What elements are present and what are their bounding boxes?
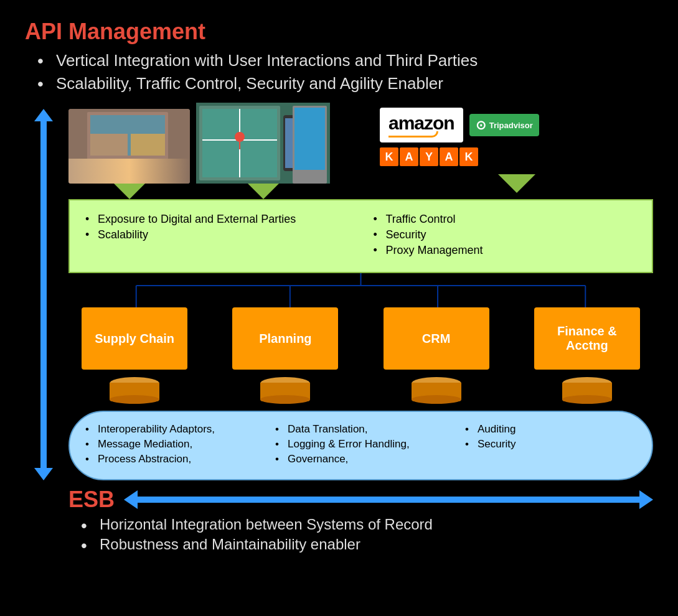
svg-rect-3 [90,134,128,156]
api-title: API Management [25,19,653,45]
esb-list-1: Interoperability Adaptors, Message Media… [85,423,257,465]
svg-rect-7 [121,162,153,184]
tri-down-2 [248,184,279,199]
amazon-logo: amazon [380,108,463,142]
device-group-2 [196,103,330,199]
green-col-right: Traffic Control Security Proxy Managemen… [374,213,637,259]
arrow-head-top [34,109,53,121]
esb-content: Interoperability Adaptors, Message Media… [85,423,636,468]
tri-down-1 [114,184,145,199]
orange-box-finance: Finance & Acctng [521,307,653,401]
esb-col-2: Data Translation, Logging & Error Handli… [275,423,446,468]
svg-rect-9 [156,159,177,184]
esb-bullet-1: Horizontal Integration between Systems o… [81,516,653,533]
supply-chain-db [110,373,159,401]
svg-point-16 [235,132,245,142]
tripadvisor-logo: ⊙ Tripadvisor [469,114,539,136]
svg-rect-4 [131,134,165,156]
esb-item-4: Data Translation, [275,423,446,436]
esb-label-row: ESB [68,487,653,513]
planning-box: Planning [232,307,338,370]
kayak-k1: K [380,147,398,166]
supply-chain-box: Supply Chain [82,307,187,370]
green-item-1: Exposure to Digital and External Parties [85,213,349,226]
kayak-k2: K [459,147,478,166]
finance-box: Finance & Acctng [534,307,640,370]
svg-rect-6 [72,167,115,182]
svg-rect-21 [294,108,325,170]
esb-item-5: Logging & Error Handling, [275,438,446,450]
esb-title: ESB [68,487,115,513]
kayak-y: Y [420,147,438,166]
esb-item-1: Interoperability Adaptors, [85,423,257,436]
esb-col-3: Auditing Security [465,423,636,468]
crm-box: CRM [384,307,489,370]
esb-arrow-right [639,490,653,509]
planning-db [260,373,310,401]
green-box-inner: Exposure to Digital and External Parties… [85,213,636,259]
esb-item-8: Security [465,438,636,450]
device-group-1 [68,109,190,199]
esb-cylinder-area: Interoperability Adaptors, Message Media… [68,411,653,480]
header-section: API Management Vertical Integration with… [25,19,653,93]
esb-list-3: Auditing Security [465,423,636,450]
vertical-arrow [25,109,62,480]
arrow-head-bottom [34,468,53,480]
esb-list-2: Data Translation, Logging & Error Handli… [275,423,446,465]
orange-boxes-row: Supply Chain Planning [68,307,653,401]
amazon-text: amazon [388,113,454,134]
green-item-4: Security [374,228,637,241]
tripadvisor-text: Tripadvisor [489,121,533,130]
esb-arrow-shaft [138,497,639,503]
esb-cylinder-body: Interoperability Adaptors, Message Media… [68,411,653,480]
green-right-list: Traffic Control Security Proxy Managemen… [374,213,637,257]
main-diagram: amazon ⊙ Tripadvisor K A Y [25,103,653,553]
api-bullet-2: Scalability, Traffic Control, Security a… [37,74,653,93]
esb-col-1: Interoperability Adaptors, Message Media… [85,423,257,468]
green-item-2: Scalability [85,228,349,241]
logos-area: amazon ⊙ Tripadvisor K A Y [380,108,653,199]
esb-item-3: Process Abstracion, [85,453,257,465]
svg-rect-10 [158,161,176,182]
green-item-3: Traffic Control [374,213,637,226]
esb-arrow [124,490,653,509]
kayak-a1: A [400,147,418,166]
tripadvisor-icon: ⊙ [476,118,486,133]
esb-section: ESB Horizontal Integration between Syste… [68,487,653,553]
db-bottom [260,395,310,404]
connector-lines [68,273,653,307]
esb-item-2: Message Mediation, [85,438,257,450]
device-image-2 [196,103,330,184]
svg-rect-8 [123,164,151,182]
green-item-5: Proxy Management [374,244,637,257]
crm-db [412,373,461,401]
api-bullet-1: Vertical Integration with User Interacti… [37,51,653,70]
api-bullets: Vertical Integration with User Interacti… [25,51,653,93]
svg-rect-5 [68,165,118,184]
esb-bullets: Horizontal Integration between Systems o… [68,516,653,553]
green-left-list: Exposure to Digital and External Parties… [85,213,349,241]
esb-arrow-left [124,490,138,509]
esb-bullet-2: Robustness and Maintainability enabler [81,536,653,553]
green-col-left: Exposure to Digital and External Parties… [85,213,349,259]
device-image-1 [68,109,190,184]
db-bottom [562,395,612,404]
logo-arrow-down [498,174,535,193]
finance-db [562,373,612,401]
db-bottom [110,395,159,404]
arrow-shaft [40,121,47,468]
kayak-logo: K A Y A K [380,147,478,166]
orange-box-planning: Planning [219,307,351,401]
db-bottom [412,395,461,404]
green-box: Exposure to Digital and External Parties… [68,199,653,273]
esb-item-6: Governance, [275,453,446,465]
kayak-a2: A [440,147,458,166]
orange-box-supply-chain: Supply Chain [68,307,200,401]
logos-top-row: amazon ⊙ Tripadvisor [380,108,539,142]
orange-box-crm: CRM [370,307,502,401]
esb-item-7: Auditing [465,423,636,436]
